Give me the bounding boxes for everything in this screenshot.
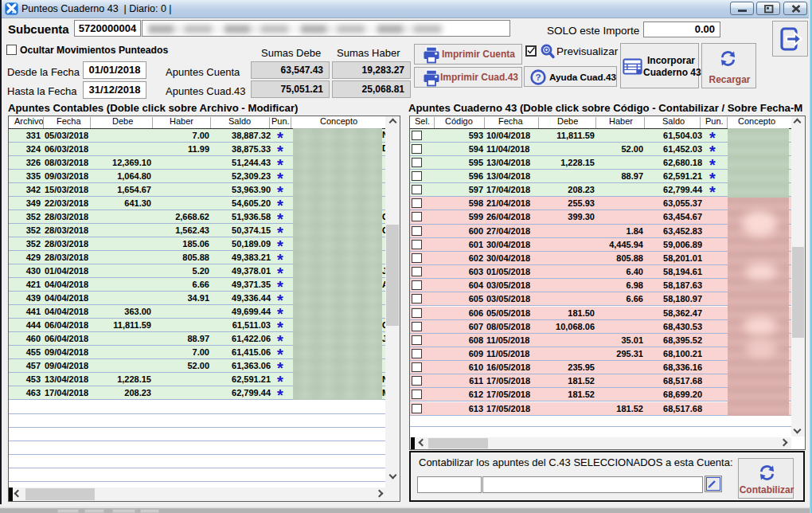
svg-text:?: ?: [535, 72, 541, 82]
